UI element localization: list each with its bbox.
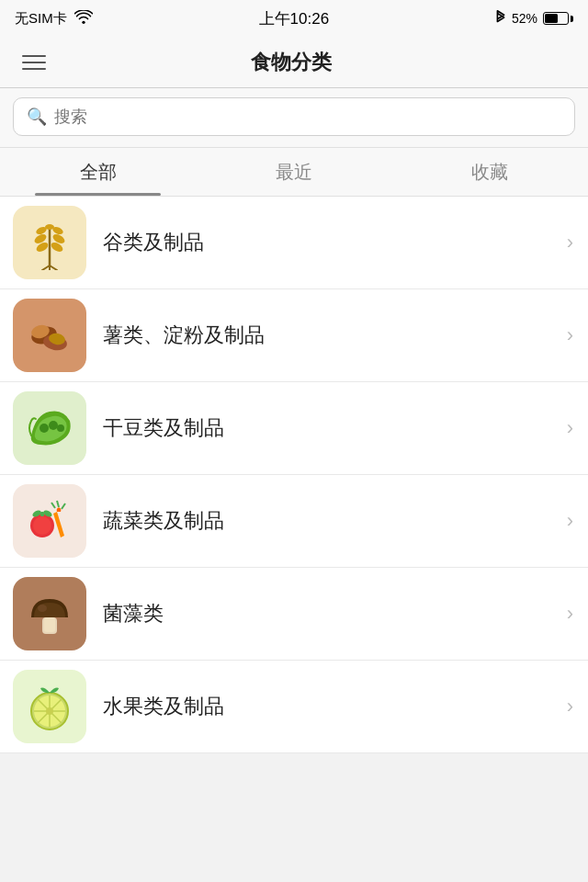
status-bar: 无SIM卡 上午10:26 52% bbox=[0, 0, 588, 37]
list-item[interactable]: 薯类、淀粉及制品 › bbox=[0, 289, 588, 382]
tab-recent-label: 最近 bbox=[276, 160, 312, 185]
svg-point-16 bbox=[49, 421, 58, 430]
category-icon-veggie bbox=[13, 484, 86, 558]
hamburger-line-2 bbox=[22, 62, 46, 63]
search-input[interactable] bbox=[54, 107, 561, 127]
status-time: 上午10:26 bbox=[259, 8, 330, 29]
status-right: 52% bbox=[495, 9, 573, 28]
svg-line-23 bbox=[51, 503, 55, 508]
category-icon-fruit bbox=[13, 670, 86, 743]
list-item[interactable]: 干豆类及制品 › bbox=[0, 382, 588, 475]
list-item[interactable]: 蔬菜类及制品 › bbox=[0, 475, 588, 568]
tab-favorites[interactable]: 收藏 bbox=[392, 148, 588, 196]
chevron-icon: › bbox=[567, 323, 573, 347]
svg-point-7 bbox=[45, 224, 54, 230]
svg-rect-27 bbox=[44, 617, 55, 632]
battery-icon bbox=[543, 12, 573, 25]
chevron-icon: › bbox=[567, 695, 573, 718]
tab-favorites-label: 收藏 bbox=[471, 160, 508, 185]
category-label-veggie: 蔬菜类及制品 bbox=[103, 507, 560, 535]
list-item[interactable]: 水果类及制品 › bbox=[0, 661, 588, 753]
category-list: 谷类及制品 › 薯类、淀粉及制品 › bbox=[0, 197, 588, 753]
tab-all-label: 全部 bbox=[80, 160, 117, 185]
category-icon-grain bbox=[13, 206, 86, 279]
page-title: 食物分类 bbox=[251, 49, 332, 76]
chevron-icon: › bbox=[567, 231, 573, 254]
tabs-container: 全部 最近 收藏 bbox=[0, 148, 588, 197]
wifi-icon bbox=[74, 10, 93, 27]
chevron-icon: › bbox=[567, 509, 573, 533]
category-label-grain: 谷类及制品 bbox=[103, 229, 560, 256]
hamburger-line-1 bbox=[22, 55, 46, 57]
tab-underline bbox=[35, 193, 161, 196]
hamburger-menu-button[interactable] bbox=[18, 51, 50, 74]
svg-point-15 bbox=[40, 424, 49, 433]
search-container: 🔍 bbox=[0, 88, 588, 148]
chevron-icon: › bbox=[567, 416, 573, 440]
battery-percent: 52% bbox=[512, 11, 537, 26]
list-item[interactable]: 菌藻类 › bbox=[0, 568, 588, 661]
category-icon-potato bbox=[13, 299, 86, 372]
svg-point-28 bbox=[38, 605, 47, 612]
category-label-potato: 薯类、淀粉及制品 bbox=[103, 322, 560, 349]
tab-all[interactable]: 全部 bbox=[0, 148, 196, 196]
svg-rect-20 bbox=[40, 512, 44, 516]
list-item[interactable]: 谷类及制品 › bbox=[0, 197, 588, 289]
status-left: 无SIM卡 bbox=[15, 10, 93, 28]
bluetooth-icon bbox=[495, 9, 506, 28]
nav-bar: 食物分类 bbox=[0, 37, 588, 88]
search-bar[interactable]: 🔍 bbox=[13, 97, 575, 136]
tab-recent[interactable]: 最近 bbox=[196, 148, 391, 196]
carrier-label: 无SIM卡 bbox=[15, 10, 67, 28]
svg-line-25 bbox=[62, 503, 65, 509]
chevron-icon: › bbox=[567, 602, 573, 626]
category-label-bean: 干豆类及制品 bbox=[103, 414, 560, 442]
svg-point-35 bbox=[46, 707, 53, 715]
category-label-mushroom: 菌藻类 bbox=[103, 600, 560, 628]
svg-line-8 bbox=[42, 266, 50, 270]
svg-line-24 bbox=[57, 501, 59, 507]
category-icon-mushroom bbox=[13, 577, 86, 650]
svg-point-19 bbox=[33, 516, 51, 535]
category-icon-bean bbox=[13, 391, 86, 465]
search-icon: 🔍 bbox=[27, 107, 47, 127]
svg-point-17 bbox=[57, 424, 64, 432]
hamburger-line-3 bbox=[22, 68, 46, 70]
category-label-fruit: 水果类及制品 bbox=[103, 693, 560, 720]
svg-line-9 bbox=[50, 266, 57, 270]
